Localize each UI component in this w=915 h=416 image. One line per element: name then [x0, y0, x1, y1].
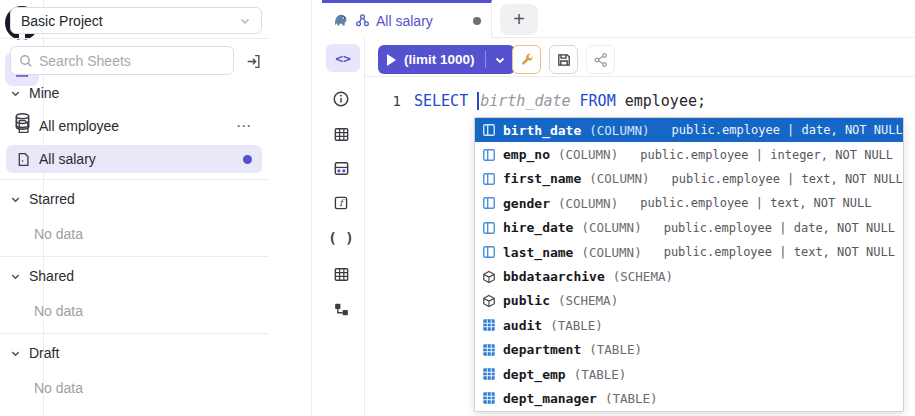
table-icon: [481, 342, 496, 357]
share-button[interactable]: [586, 45, 615, 74]
save-button[interactable]: [549, 45, 578, 74]
table-accent-icon: [333, 160, 350, 177]
run-button-label: (limit 1000): [404, 52, 475, 67]
line-number: 1: [365, 93, 401, 109]
section-label: Mine: [29, 85, 59, 101]
draft-empty-text: No data: [34, 380, 83, 396]
autocomplete-item[interactable]: emp_no (COLUMN) public.employee | intege…: [475, 142, 903, 166]
chevron-down-icon: [10, 88, 21, 99]
functions-button[interactable]: f: [328, 190, 354, 216]
share-icon: [593, 52, 609, 68]
project-selector-value: Basic Project: [21, 13, 103, 29]
autocomplete-item[interactable]: gender (COLUMN) public.employee | text, …: [475, 191, 903, 215]
section-label: Shared: [29, 268, 74, 284]
column-icon: [481, 123, 496, 138]
new-tab-button[interactable]: +: [500, 4, 538, 35]
sidebar-item-all-salary[interactable]: All salary: [6, 145, 262, 173]
autocomplete-item[interactable]: bbdataarchive (SCHEMA): [475, 264, 903, 288]
table-icon: [481, 318, 496, 333]
wrench-icon: [519, 52, 535, 68]
autocomplete-item[interactable]: dept_manager (TABLE): [475, 386, 903, 410]
editor-line-1[interactable]: 1 SELECT birth_date FROM employee;: [365, 90, 706, 112]
sheet-info-button[interactable]: [328, 86, 354, 112]
project-selector[interactable]: Basic Project: [10, 7, 262, 34]
run-query-button[interactable]: (limit 1000): [378, 45, 515, 74]
autocomplete-item[interactable]: audit (TABLE): [475, 313, 903, 337]
sidebar-section-shared[interactable]: Shared: [10, 266, 74, 286]
function-icon: f: [333, 195, 349, 211]
autocomplete-item[interactable]: birth_date (COLUMN) public.employee | da…: [475, 118, 903, 142]
schema-icon: [481, 293, 496, 308]
info-icon: [332, 90, 350, 108]
chart-table-button[interactable]: [328, 155, 354, 181]
item-menu-button[interactable]: ⋯: [236, 117, 252, 135]
tab-all-salary[interactable]: All salary: [322, 0, 492, 38]
table-grid-icon: [333, 266, 350, 283]
column-icon: [481, 196, 496, 211]
shared-people-icon: [355, 13, 370, 28]
sidebar-item-label: All salary: [39, 151, 96, 167]
chevron-down-icon: [10, 194, 21, 205]
results-table-button[interactable]: [328, 121, 354, 147]
sidebar-section-starred[interactable]: Starred: [10, 189, 75, 209]
play-icon: [387, 54, 396, 66]
autocomplete-popup: birth_date (COLUMN) public.employee | da…: [474, 117, 904, 412]
file-code-icon: [16, 119, 31, 134]
active-sheet-dot: [243, 155, 252, 164]
tab-bar: All salary +: [322, 0, 915, 38]
parentheses-icon: ( ): [328, 230, 353, 246]
shared-empty-text: No data: [34, 303, 83, 319]
file-code-icon: [16, 152, 31, 167]
column-icon: [481, 147, 496, 162]
section-label: Draft: [29, 345, 59, 361]
column-icon: [481, 245, 496, 260]
search-icon: [19, 54, 33, 68]
table-grid-icon: [333, 126, 350, 143]
section-label: Starred: [29, 191, 75, 207]
starred-empty-text: No data: [34, 226, 83, 242]
text-cursor: [477, 92, 479, 110]
connection-settings-button[interactable]: [512, 45, 541, 74]
plus-icon: +: [513, 8, 525, 31]
variables-button[interactable]: ( ): [328, 225, 354, 251]
sidebar-item-label: All employee: [39, 118, 119, 134]
sidebar-item-all-employee[interactable]: All employee ⋯: [6, 112, 262, 140]
column-icon: [481, 171, 496, 186]
postgres-elephant-icon: [332, 12, 349, 29]
autocomplete-item[interactable]: department (TABLE): [475, 338, 903, 362]
schema-browser-button[interactable]: [328, 261, 354, 287]
autocomplete-item[interactable]: dept_emp (TABLE): [475, 362, 903, 386]
tab-label: All salary: [376, 13, 433, 29]
sql-keyword: FROM: [571, 92, 625, 110]
lineage-button[interactable]: [328, 296, 354, 322]
table-icon: [481, 391, 496, 406]
app-window: Basic Project Search Sheets Mine: [0, 0, 915, 416]
sidebar-section-mine[interactable]: Mine: [10, 83, 59, 103]
unsaved-dot: [473, 17, 481, 25]
import-sheet-button[interactable]: [242, 50, 264, 72]
sql-keyword: SELECT: [414, 92, 477, 110]
chevron-down-icon: [10, 348, 21, 359]
autocomplete-item[interactable]: hire_date (COLUMN) public.employee | dat…: [475, 216, 903, 240]
chevron-down-icon: [239, 15, 251, 27]
chevron-down-icon[interactable]: [494, 54, 506, 66]
search-input[interactable]: Search Sheets: [10, 46, 234, 75]
sql-text: employee;: [625, 92, 706, 110]
schema-icon: [481, 269, 496, 284]
autocomplete-item[interactable]: public (SCHEMA): [475, 289, 903, 313]
autocomplete-item[interactable]: first_name (COLUMN) public.employee | te…: [475, 167, 903, 191]
code-view-toggle[interactable]: <>: [326, 44, 360, 72]
import-icon: [245, 53, 262, 70]
code-icon: <>: [335, 51, 351, 66]
save-icon: [556, 52, 572, 68]
flow-icon: [333, 301, 350, 318]
autocomplete-item[interactable]: last_name (COLUMN) public.employee | tex…: [475, 240, 903, 264]
search-placeholder: Search Sheets: [39, 53, 131, 69]
column-icon: [481, 220, 496, 235]
ghost-suggestion: birth_date: [480, 92, 570, 110]
sidebar-section-draft[interactable]: Draft: [10, 343, 59, 363]
table-icon: [481, 367, 496, 382]
svg-text:f: f: [339, 198, 345, 208]
chevron-down-icon: [10, 271, 21, 282]
